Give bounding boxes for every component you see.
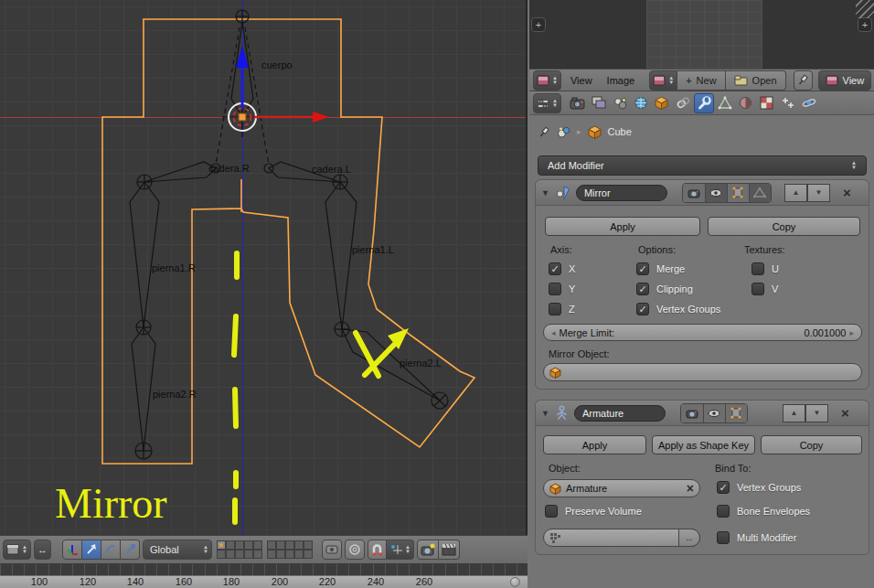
move-modifier-down-button[interactable]: ▼ — [805, 404, 828, 422]
checkbox-clipping[interactable]: ✓ — [636, 283, 649, 295]
vertex-group-icon — [549, 532, 561, 544]
manipulate-center-points-button[interactable] — [322, 540, 342, 560]
tab-scene[interactable] — [610, 93, 630, 113]
new-image-button[interactable]: + New — [677, 70, 725, 91]
proportional-edit-button[interactable] — [345, 540, 365, 560]
pin-icon[interactable] — [538, 126, 550, 138]
move-modifier-up-button[interactable]: ▲ — [784, 184, 807, 202]
invert-vertex-group-button[interactable]: ↔ — [678, 529, 700, 547]
edit-mode-toggle[interactable] — [727, 184, 749, 202]
open-image-button[interactable]: Open — [726, 70, 786, 91]
manipulator-scale-button[interactable] — [121, 540, 140, 560]
snap-element-select[interactable]: ▲▼ — [387, 540, 414, 560]
layer-grid-left[interactable] — [217, 540, 262, 559]
menu-view[interactable]: View — [565, 75, 598, 86]
tab-object-data[interactable] — [715, 93, 735, 113]
checkbox-texture-u[interactable] — [751, 262, 764, 275]
checkbox-axis-z[interactable] — [549, 303, 561, 315]
snap-toggle-button[interactable] — [368, 540, 387, 560]
modifier-name-input[interactable] — [574, 405, 666, 422]
on-cage-toggle[interactable] — [749, 184, 771, 202]
new-label: New — [697, 75, 717, 86]
increment-arrow-icon[interactable]: ▸ — [849, 328, 854, 337]
browse-image-button[interactable]: ▲▼ — [649, 70, 677, 91]
pin-icon — [797, 74, 809, 86]
tab-constraints[interactable] — [673, 93, 693, 113]
transform-orientation-select[interactable]: Global ▲▼ — [143, 540, 212, 560]
tab-physics[interactable] — [799, 93, 819, 113]
opengl-render-anim-button[interactable] — [439, 540, 460, 560]
expand-menus-button[interactable]: ↔ — [34, 540, 51, 560]
armature-object-field[interactable]: Armature × — [543, 479, 700, 497]
editor-type-button[interactable]: ▲▼ — [533, 93, 561, 113]
region-expand-button-right[interactable]: + — [858, 17, 872, 32]
merge-limit-slider[interactable]: ◂ Merge Limit: 0.001000 ▸ — [543, 324, 862, 341]
tab-texture[interactable] — [757, 93, 777, 113]
editor-type-button[interactable]: ▲▼ — [533, 70, 561, 91]
collapse-triangle-icon[interactable]: ▼ — [541, 188, 549, 198]
checkbox-preserve-volume[interactable] — [545, 505, 558, 518]
manipulator-translate-button[interactable] — [82, 540, 101, 560]
render-visibility-toggle[interactable] — [681, 404, 703, 422]
armature-copy-button[interactable]: Copy — [761, 435, 862, 454]
viewport-3d[interactable]: cuerpo cadera.R cadera.L pierna1.R piern… — [0, 0, 528, 535]
apply-as-shape-key-button[interactable]: Apply as Shape Key — [652, 435, 755, 454]
mirror-apply-button[interactable]: Apply — [545, 217, 700, 236]
checkbox-multi-modifier[interactable] — [717, 531, 730, 544]
armature-modifier-icon — [555, 405, 569, 421]
checkbox-texture-v[interactable] — [751, 283, 764, 295]
viewport-visibility-toggle[interactable] — [705, 184, 727, 202]
render-visibility-toggle[interactable] — [683, 184, 705, 202]
tab-particles[interactable] — [778, 93, 798, 113]
manipulator-rotate-button[interactable] — [101, 540, 121, 560]
checkbox-bone-envelopes[interactable] — [717, 505, 730, 518]
check-icon: ✓ — [719, 482, 727, 493]
tab-object[interactable] — [652, 93, 672, 113]
tab-render-layers[interactable] — [589, 93, 609, 113]
layer-grid-right[interactable] — [267, 540, 313, 559]
menu-image[interactable]: Image — [602, 75, 641, 86]
checkbox-merge[interactable]: ✓ — [636, 262, 649, 275]
checkbox-axis-x[interactable]: ✓ — [549, 262, 561, 275]
region-expand-button-left[interactable]: + — [531, 17, 546, 32]
manipulator-axes-button[interactable] — [62, 540, 82, 560]
region-corner-widget[interactable] — [856, 0, 874, 18]
scrollbar-handle[interactable] — [510, 577, 520, 587]
pin-button[interactable] — [794, 70, 813, 91]
move-modifier-down-button[interactable]: ▼ — [807, 184, 830, 202]
move-modifier-up-button[interactable]: ▲ — [783, 404, 805, 422]
texture-v-label: V — [772, 283, 778, 294]
add-modifier-dropdown[interactable]: Add Modifier ▲▼ — [538, 155, 867, 176]
expand-icon: ↔ — [37, 544, 48, 555]
clear-object-button[interactable]: × — [687, 481, 694, 496]
vertex-group-filter-field[interactable]: ↔ — [543, 529, 700, 547]
armature-apply-button[interactable]: Apply — [543, 435, 646, 454]
image-editor-canvas[interactable]: + + — [529, 0, 874, 69]
checkbox-bind-vertex-groups[interactable]: ✓ — [717, 481, 730, 494]
armature-panel-header[interactable]: ▼ ▲ ▼ × — [536, 401, 869, 426]
tab-world[interactable] — [631, 93, 651, 113]
tab-material[interactable] — [736, 93, 756, 113]
checkbox-vertex-groups[interactable]: ✓ — [636, 303, 649, 315]
timeline-ruler[interactable]: 100 120 140 160 180 200 220 240 260 — [0, 564, 528, 588]
tab-render[interactable] — [568, 93, 588, 113]
mirror-panel-header[interactable]: ▼ ▲ ▼ × — [536, 180, 869, 206]
edit-mode-toggle[interactable] — [725, 404, 747, 422]
editor-type-button[interactable]: ▲▼ — [3, 540, 31, 560]
breadcrumb-object-name[interactable]: Cube — [608, 126, 632, 137]
secondary-view-menu-button[interactable]: View — [818, 70, 872, 91]
mirror-copy-button[interactable]: Copy — [708, 217, 860, 236]
delete-modifier-button[interactable]: × — [841, 405, 849, 421]
decrement-arrow-icon[interactable]: ◂ — [551, 328, 556, 337]
merge-limit-label: Merge Limit: — [560, 327, 615, 338]
mirror-object-field[interactable] — [543, 363, 862, 381]
tab-modifiers[interactable] — [694, 93, 714, 113]
viewport-visibility-toggle[interactable] — [703, 404, 725, 422]
modifier-name-input[interactable] — [576, 185, 667, 201]
timeline-numbers[interactable]: 100 120 140 160 180 200 220 240 260 — [0, 575, 528, 588]
translate-manipulator[interactable] — [236, 46, 329, 123]
checkbox-axis-y[interactable] — [549, 283, 561, 295]
delete-modifier-button[interactable]: × — [843, 185, 851, 200]
opengl-render-button[interactable] — [417, 540, 439, 560]
collapse-triangle-icon[interactable]: ▼ — [541, 409, 549, 418]
